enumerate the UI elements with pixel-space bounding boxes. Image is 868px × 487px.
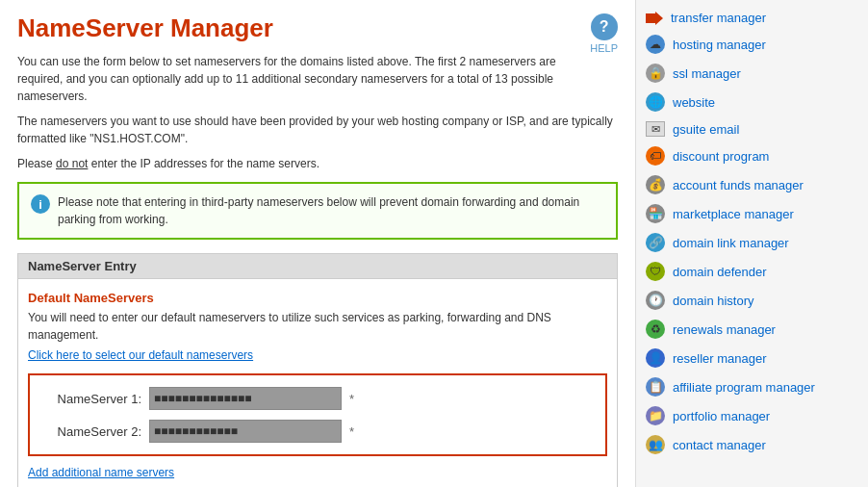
sidebar-item-label-account-funds-manager: account funds manager xyxy=(673,178,804,192)
nameserver-entry-section: NameServer Entry Default NameServers You… xyxy=(17,253,618,487)
sidebar-item-gsuite-email[interactable]: ✉gsuite email xyxy=(636,116,868,141)
description-2: The nameservers you want to use should h… xyxy=(17,113,618,147)
sidebar-item-ssl-manager[interactable]: 🔒ssl manager xyxy=(636,59,868,88)
portfolio-manager-icon: 📁 xyxy=(646,406,665,425)
ns1-input[interactable] xyxy=(149,387,342,410)
page-title: NameServer Manager xyxy=(17,13,618,43)
default-ns-link[interactable]: Click here to select our default nameser… xyxy=(28,348,253,362)
sidebar-item-portfolio-manager[interactable]: 📁portfolio manager xyxy=(636,401,868,430)
hosting-manager-icon: ☁ xyxy=(646,35,665,54)
sidebar-item-domain-link-manager[interactable]: 🔗domain link manager xyxy=(636,228,868,257)
section-body: Default NameServers You will need to ent… xyxy=(18,279,617,487)
sidebar: transfer manager☁hosting manager🔒ssl man… xyxy=(635,0,868,487)
sidebar-item-domain-defender[interactable]: 🛡domain defender xyxy=(636,257,868,286)
sidebar-item-website[interactable]: 🌐website xyxy=(636,88,868,116)
notice-text: Please note that entering in third-party… xyxy=(58,193,604,228)
sidebar-item-label-domain-history: domain history xyxy=(673,294,754,308)
marketplace-manager-icon: 🏪 xyxy=(646,204,665,223)
info-icon: i xyxy=(31,194,50,214)
discount-program-icon: 🏷 xyxy=(646,146,665,166)
sidebar-item-label-gsuite-email: gsuite email xyxy=(673,122,739,137)
gsuite-email-icon: ✉ xyxy=(646,121,665,137)
sidebar-item-account-funds-manager[interactable]: 💰account funds manager xyxy=(636,170,868,199)
main-content: ? HELP NameServer Manager You can use th… xyxy=(0,0,635,487)
contact-manager-icon: 👥 xyxy=(646,435,665,454)
ns-fields-box: NameServer 1: * NameServer 2: * xyxy=(28,373,607,456)
website-icon: 🌐 xyxy=(646,92,665,112)
sidebar-item-contact-manager[interactable]: 👥contact manager xyxy=(636,430,868,459)
sidebar-item-marketplace-manager[interactable]: 🏪marketplace manager xyxy=(636,199,868,228)
svg-marker-0 xyxy=(646,12,663,25)
sidebar-item-label-discount-program: discount program xyxy=(673,149,769,164)
ns2-required: * xyxy=(349,424,354,439)
help-button[interactable]: ? HELP xyxy=(590,13,618,54)
add-servers-link[interactable]: Add additional name servers xyxy=(28,466,174,479)
ns2-row: NameServer 2: * xyxy=(45,420,590,443)
account-funds-manager-icon: 💰 xyxy=(646,175,665,194)
domain-defender-icon: 🛡 xyxy=(646,262,665,281)
ns1-row: NameServer 1: * xyxy=(45,387,590,410)
sidebar-item-label-renewals-manager: renewals manager xyxy=(673,322,776,337)
domain-history-icon: 🕐 xyxy=(646,291,665,310)
default-ns-title: Default NameServers xyxy=(28,291,607,305)
default-ns-desc: You will need to enter our default names… xyxy=(28,309,607,344)
sidebar-item-reseller-manager[interactable]: 👤reseller manager xyxy=(636,344,868,372)
ns2-input[interactable] xyxy=(149,420,342,443)
domain-link-manager-icon: 🔗 xyxy=(646,233,665,252)
description-1: You can use the form below to set namese… xyxy=(17,53,618,105)
section-header: NameServer Entry xyxy=(18,254,617,279)
sidebar-item-label-affiliate-program-manager: affiliate program manager xyxy=(673,380,815,395)
sidebar-item-discount-program[interactable]: 🏷discount program xyxy=(636,141,868,170)
ssl-manager-icon: 🔒 xyxy=(646,64,665,83)
sidebar-item-domain-history[interactable]: 🕐domain history xyxy=(636,286,868,315)
sidebar-item-label-transfer-manager: transfer manager xyxy=(671,11,766,25)
ns1-label: NameServer 1: xyxy=(45,392,141,406)
sidebar-item-label-hosting-manager: hosting manager xyxy=(673,38,766,52)
sidebar-item-label-portfolio-manager: portfolio manager xyxy=(673,409,770,423)
help-label: HELP xyxy=(590,42,618,54)
sidebar-item-label-marketplace-manager: marketplace manager xyxy=(673,207,794,221)
ns2-label: NameServer 2: xyxy=(45,424,141,439)
sidebar-item-label-reseller-manager: reseller manager xyxy=(673,351,767,366)
sidebar-item-renewals-manager[interactable]: ♻renewals manager xyxy=(636,315,868,344)
transfer-manager-icon xyxy=(646,12,663,25)
help-circle-icon: ? xyxy=(591,13,618,40)
sidebar-item-label-domain-link-manager: domain link manager xyxy=(673,236,789,250)
sidebar-item-label-domain-defender: domain defender xyxy=(673,265,767,279)
sidebar-item-affiliate-program-manager[interactable]: 📋affiliate program manager xyxy=(636,372,868,401)
sidebar-item-label-website: website xyxy=(673,95,715,110)
sidebar-item-transfer-manager[interactable]: transfer manager xyxy=(636,6,868,30)
ns1-required: * xyxy=(349,392,354,406)
sidebar-item-hosting-manager[interactable]: ☁hosting manager xyxy=(636,30,868,59)
description-3: Please do not enter the IP addresses for… xyxy=(17,155,618,172)
sidebar-item-label-contact-manager: contact manager xyxy=(673,438,766,452)
renewals-manager-icon: ♻ xyxy=(646,320,665,339)
sidebar-item-label-ssl-manager: ssl manager xyxy=(673,66,741,81)
affiliate-program-manager-icon: 📋 xyxy=(646,377,665,397)
reseller-manager-icon: 👤 xyxy=(646,348,665,368)
notice-box: i Please note that entering in third-par… xyxy=(17,182,618,240)
